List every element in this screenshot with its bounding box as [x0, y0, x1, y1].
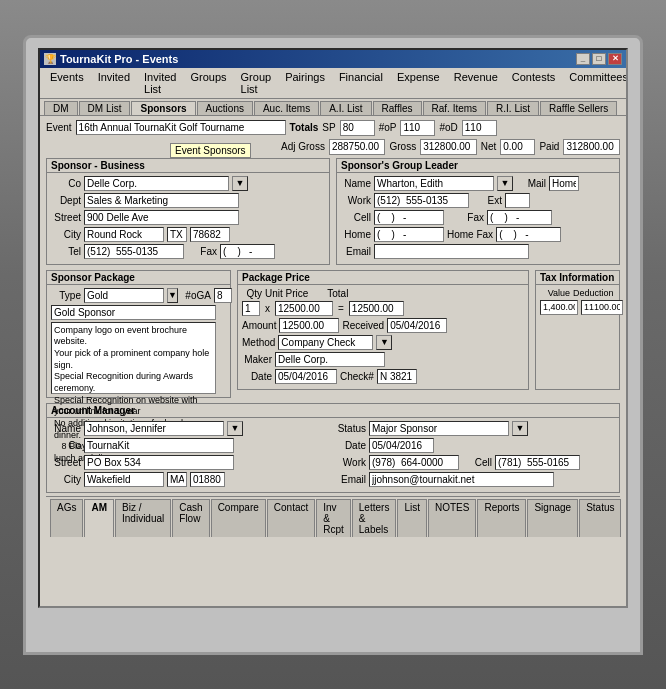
- maximize-button[interactable]: □: [592, 53, 606, 65]
- received-field[interactable]: [387, 318, 447, 333]
- tab-row-1: DM DM List Sponsors Auctions Auc. Items …: [40, 99, 626, 116]
- am-date-field[interactable]: [369, 438, 434, 453]
- btab-inv-rcpt[interactable]: Inv & Rcpt: [316, 499, 351, 537]
- pkg-name-field[interactable]: [51, 305, 216, 320]
- menu-committees[interactable]: Committees: [563, 70, 628, 96]
- qty-label: Qty: [242, 288, 262, 299]
- mail-field[interactable]: [549, 176, 579, 191]
- btab-contact[interactable]: Contact: [267, 499, 315, 537]
- company-dropdown-btn[interactable]: ▼: [232, 176, 248, 191]
- fax-field-biz[interactable]: [220, 244, 275, 259]
- am-street-label: Street: [51, 457, 81, 468]
- am-street-field[interactable]: [84, 455, 234, 470]
- zip-field[interactable]: [190, 227, 230, 242]
- menu-invited[interactable]: Invited: [92, 70, 136, 96]
- btab-compare[interactable]: Compare: [211, 499, 266, 537]
- btab-signage[interactable]: Signage: [527, 499, 578, 537]
- menu-pairings[interactable]: Pairings: [279, 70, 331, 96]
- menu-group-list[interactable]: Group List: [235, 70, 278, 96]
- tab-ai-list[interactable]: A.I. List: [320, 101, 371, 115]
- btab-am[interactable]: AM: [84, 499, 114, 537]
- btab-biz[interactable]: Biz / Individual: [115, 499, 171, 537]
- am-work-field[interactable]: [369, 455, 459, 470]
- dept-field[interactable]: [84, 193, 239, 208]
- method-dropdown[interactable]: ▼: [376, 335, 392, 350]
- tab-dm-list[interactable]: DM List: [79, 101, 131, 115]
- am-city-field[interactable]: [84, 472, 164, 487]
- ext-field[interactable]: [505, 193, 530, 208]
- leader-home-field[interactable]: [374, 227, 444, 242]
- am-company-field[interactable]: [84, 438, 234, 453]
- am-email-field[interactable]: [369, 472, 554, 487]
- menu-financial[interactable]: Financial: [333, 70, 389, 96]
- sponsor-package-panel: Sponsor Package Type ▼ #oGA: [46, 270, 231, 398]
- method-field[interactable]: [278, 335, 373, 350]
- menu-groups[interactable]: Groups: [184, 70, 232, 96]
- btab-reports[interactable]: Reports: [477, 499, 526, 537]
- od-label: #oD: [439, 122, 457, 133]
- btab-notes[interactable]: NOTES: [428, 499, 476, 537]
- minimize-button[interactable]: _: [576, 53, 590, 65]
- home-fax-field[interactable]: [496, 227, 561, 242]
- btab-ags[interactable]: AGs: [50, 499, 83, 537]
- tab-ri-list[interactable]: R.I. List: [487, 101, 539, 115]
- unit-price-field[interactable]: [275, 301, 333, 316]
- am-status-label: Status: [336, 423, 366, 434]
- menu-invited-list[interactable]: Invited List: [138, 70, 182, 96]
- menu-expense[interactable]: Expense: [391, 70, 446, 96]
- company-field[interactable]: [84, 176, 229, 191]
- am-zip-field[interactable]: [190, 472, 225, 487]
- tab-auctions[interactable]: Auctions: [197, 101, 253, 115]
- pkg-type-dropdown[interactable]: ▼: [167, 288, 178, 303]
- check-num-field[interactable]: [377, 369, 417, 384]
- state-field[interactable]: [167, 227, 187, 242]
- pkg-price-sections: Sponsor Package Type ▼ #oGA: [46, 270, 620, 401]
- leader-fax-field[interactable]: [487, 210, 552, 225]
- pkg-num-field[interactable]: [214, 288, 232, 303]
- am-dropdown[interactable]: ▼: [227, 421, 243, 436]
- btab-letters[interactable]: Letters & Labels: [352, 499, 397, 537]
- am-name-field[interactable]: [84, 421, 224, 436]
- btab-list[interactable]: List: [397, 499, 427, 537]
- od-value: 110: [462, 120, 497, 136]
- am-status-dropdown[interactable]: ▼: [512, 421, 528, 436]
- leader-work-field[interactable]: [374, 193, 469, 208]
- qty-field[interactable]: [242, 301, 260, 316]
- btab-status[interactable]: Status: [579, 499, 621, 537]
- date-field[interactable]: [275, 369, 337, 384]
- tab-raffle-sellers[interactable]: Raffle Sellers: [540, 101, 617, 115]
- tab-raf-items[interactable]: Raf. Items: [423, 101, 487, 115]
- city-field[interactable]: [84, 227, 164, 242]
- amount-label: Amount: [242, 320, 276, 331]
- pkg-price-title: Package Price: [238, 271, 528, 285]
- street-field[interactable]: [84, 210, 239, 225]
- leader-dropdown-btn[interactable]: ▼: [497, 176, 513, 191]
- am-cell-field[interactable]: [495, 455, 580, 470]
- pkg-type-field[interactable]: [84, 288, 164, 303]
- close-button[interactable]: ✕: [608, 53, 622, 65]
- tab-raffles[interactable]: Raffles: [373, 101, 422, 115]
- maker-field[interactable]: [275, 352, 385, 367]
- leader-email-field[interactable]: [374, 244, 529, 259]
- event-name-field[interactable]: [76, 120, 286, 135]
- leader-home-label: Home: [341, 229, 371, 240]
- ext-label: Ext: [472, 195, 502, 206]
- menu-events[interactable]: Events: [44, 70, 90, 96]
- am-state-field[interactable]: [167, 472, 187, 487]
- am-status-field[interactable]: [369, 421, 509, 436]
- value-field[interactable]: [540, 300, 578, 315]
- tab-auc-items[interactable]: Auc. Items: [254, 101, 319, 115]
- tax-info-title: Tax Information: [536, 271, 619, 285]
- pkg-num-label: #oGA: [181, 290, 211, 301]
- leader-cell-field[interactable]: [374, 210, 444, 225]
- total-field[interactable]: [349, 301, 404, 316]
- leader-name-field[interactable]: [374, 176, 494, 191]
- btab-cashflow[interactable]: Cash Flow: [172, 499, 209, 537]
- tab-dm[interactable]: DM: [44, 101, 78, 115]
- tab-sponsors[interactable]: Sponsors: [131, 101, 195, 115]
- amount-field[interactable]: [279, 318, 339, 333]
- menu-contests[interactable]: Contests: [506, 70, 561, 96]
- deduction-field[interactable]: [581, 300, 623, 315]
- menu-revenue[interactable]: Revenue: [448, 70, 504, 96]
- tel-field[interactable]: [84, 244, 184, 259]
